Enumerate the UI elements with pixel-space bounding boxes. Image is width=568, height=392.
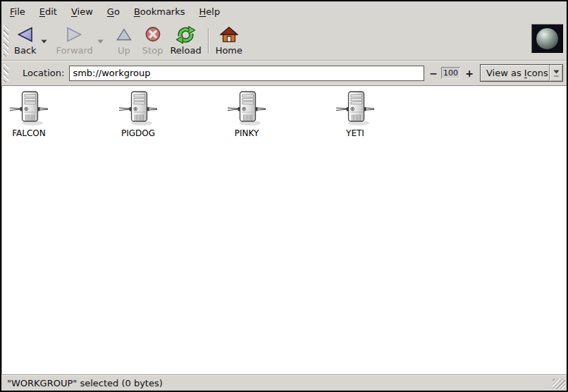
menu-bookmarks[interactable]: Bookmarks <box>127 4 192 20</box>
stop-label: Stop <box>142 45 163 56</box>
globe-throbber-icon <box>531 24 563 53</box>
forward-label: Forward <box>56 45 93 56</box>
up-arrow-icon <box>116 25 132 44</box>
menu-help[interactable]: Help <box>192 4 228 20</box>
toolbar-separator <box>208 28 209 54</box>
menu-view[interactable]: View <box>64 4 100 20</box>
file-item-label: PIGDOG <box>121 128 155 138</box>
file-item-label: PINKY <box>235 128 259 138</box>
forward-button[interactable]: Forward <box>54 24 96 56</box>
forward-history-dropdown[interactable] <box>96 25 106 58</box>
file-item-label: YETI <box>346 128 364 138</box>
menu-bar: File Edit View Go Bookmarks Help <box>1 1 567 21</box>
stop-icon <box>144 25 161 44</box>
toolbar: Back Forward Up <box>1 21 567 61</box>
back-label: Back <box>14 45 37 56</box>
reload-icon <box>176 25 195 44</box>
zoom-level-indicator: 100 <box>441 67 460 79</box>
view-as-dropdown[interactable]: View as Icons <box>480 64 563 82</box>
globe-sphere <box>536 28 558 49</box>
network-server-icon <box>226 90 267 127</box>
location-bar-drag-handle[interactable] <box>4 64 8 82</box>
zoom-out-button[interactable]: − <box>428 68 438 79</box>
view-as-dropdown-label: View as Icons <box>481 68 549 78</box>
back-arrow-icon <box>16 25 35 44</box>
home-icon <box>220 25 238 44</box>
network-server-icon <box>118 90 159 127</box>
reload-label: Reload <box>170 45 201 56</box>
chevron-down-icon <box>97 39 104 44</box>
toolbar-drag-handle[interactable] <box>4 25 8 56</box>
file-item-pigdog[interactable]: PIGDOG <box>103 90 173 138</box>
status-bar: "WORKGROUP" selected (0 bytes) <box>1 374 567 391</box>
forward-arrow-icon <box>65 25 84 44</box>
menu-go[interactable]: Go <box>100 4 127 20</box>
location-input[interactable] <box>69 66 424 81</box>
file-item-yeti[interactable]: YETI <box>320 90 390 138</box>
menu-edit[interactable]: Edit <box>32 4 64 20</box>
icon-view-pane[interactable]: FALCON PIGDOG PINKY YETI <box>1 86 567 374</box>
network-server-icon <box>335 90 376 127</box>
file-item-pinky[interactable]: PINKY <box>211 90 282 138</box>
zoom-in-button[interactable]: + <box>464 68 474 79</box>
file-item-falcon[interactable]: FALCON <box>0 90 64 138</box>
back-button[interactable]: Back <box>11 24 39 56</box>
chevron-down-icon <box>41 39 47 44</box>
location-bar: Location: − 100 + View as Icons <box>1 61 567 86</box>
back-history-dropdown[interactable] <box>39 25 49 58</box>
location-label: Location: <box>23 68 64 78</box>
home-label: Home <box>216 45 242 56</box>
file-manager-window: File Edit View Go Bookmarks Help Back Fo… <box>0 0 568 392</box>
reload-button[interactable]: Reload <box>167 24 204 56</box>
up-label: Up <box>118 45 130 56</box>
status-text: "WORKGROUP" selected (0 bytes) <box>7 378 163 388</box>
stop-button[interactable]: Stop <box>140 24 166 56</box>
menu-file[interactable]: File <box>3 4 32 20</box>
window-resize-grip[interactable] <box>552 379 565 389</box>
network-server-icon <box>8 90 49 127</box>
file-item-label: FALCON <box>12 128 46 138</box>
home-button[interactable]: Home <box>213 24 245 56</box>
dropdown-arrows-icon <box>549 65 562 81</box>
up-button[interactable]: Up <box>113 24 135 56</box>
